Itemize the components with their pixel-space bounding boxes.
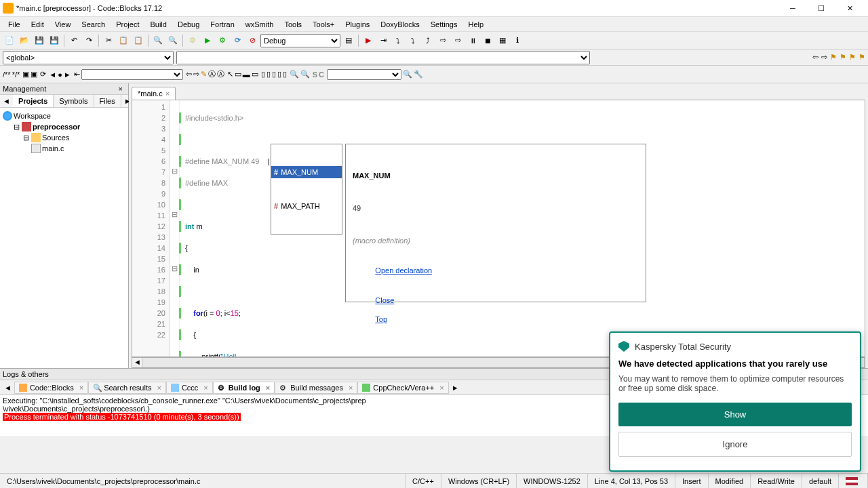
diff2-icon[interactable]: ▣ — [31, 70, 37, 79]
management-close-icon[interactable]: × — [116, 85, 125, 93]
zoom-in-icon[interactable]: 🔍 — [290, 70, 299, 79]
run-to-cursor-icon[interactable]: ⇥ — [376, 34, 390, 47]
hl-text-icon[interactable]: Ⓐ — [208, 69, 216, 79]
maximize-button[interactable]: ☐ — [811, 1, 831, 15]
abort-icon[interactable]: ⊘ — [245, 34, 259, 47]
nav-fwd-icon[interactable]: ⇨ — [821, 53, 827, 62]
redo-icon[interactable]: ↷ — [82, 34, 96, 47]
refresh-icon[interactable]: ⟳ — [40, 70, 46, 79]
search-exec-icon[interactable]: 🔍 — [403, 70, 412, 79]
mgmt-tabs-left-icon[interactable]: ◄ — [0, 96, 13, 106]
tooltip-close-link[interactable]: Close — [375, 295, 394, 306]
menu-fortran[interactable]: Fortran — [205, 19, 239, 30]
step-into-icon[interactable]: ⤵ — [406, 34, 420, 47]
undo-icon[interactable]: ↶ — [67, 34, 81, 47]
tab-projects[interactable]: Projects — [13, 95, 54, 107]
tree-sources[interactable]: ⊟ Sources — [3, 132, 125, 143]
logtabs-right-icon[interactable]: ► — [449, 384, 462, 392]
code-text[interactable]: #include<stdio.h> #define MAX_NUM 49 | #… — [180, 100, 865, 357]
menu-file[interactable]: File — [3, 19, 26, 30]
zoom-out-icon[interactable]: 🔍 — [300, 70, 310, 79]
save-all-icon[interactable]: 💾 — [47, 34, 61, 47]
jump-back-icon[interactable]: ◄ — [49, 70, 56, 79]
menu-help[interactable]: Help — [462, 19, 489, 30]
tab-symbols[interactable]: Symbols — [54, 95, 94, 107]
bookmark-toggle-icon[interactable]: ⚑ — [830, 53, 837, 62]
cut-icon[interactable]: ✂ — [102, 34, 115, 47]
code-area[interactable]: 12345678910111213141516171819202122 ⊟⊟⊟ … — [132, 100, 865, 357]
last-jump-icon[interactable]: ⇤ — [74, 70, 80, 79]
options-icon[interactable]: 🔧 — [414, 70, 423, 79]
hl-clear-icon[interactable]: Ⓐ — [217, 69, 224, 79]
copy-icon[interactable]: 📋 — [117, 34, 130, 47]
menu-view[interactable]: View — [50, 19, 77, 30]
kaspersky-ignore-button[interactable]: Ignore — [618, 432, 852, 457]
target-dialog-icon[interactable]: ▤ — [342, 34, 355, 47]
logtab-buildlog[interactable]: ⚙Build log× — [213, 382, 275, 394]
step-out-icon[interactable]: ⤴ — [421, 34, 435, 47]
tab-files[interactable]: Files — [94, 95, 121, 107]
tree-project[interactable]: ⊟ preprocessor — [3, 121, 125, 132]
c-icon[interactable]: C — [319, 70, 324, 79]
step-instr-icon[interactable]: ⇨ — [451, 34, 465, 47]
replace-icon[interactable]: 🔍 — [166, 34, 180, 47]
bookmark-prev-icon[interactable]: ⚑ — [840, 53, 846, 62]
find-icon[interactable]: 🔍 — [151, 34, 165, 47]
logtab-buildmsg[interactable]: ⚙Build messages× — [275, 382, 357, 394]
nav-back-icon[interactable]: ⇦ — [812, 53, 818, 62]
menu-debug[interactable]: Debug — [172, 19, 205, 30]
menu-edit[interactable]: Edit — [26, 19, 50, 30]
stop-debug-icon[interactable]: ⏹ — [481, 34, 494, 47]
open-file-icon[interactable]: 📂 — [18, 34, 31, 47]
minimize-button[interactable]: ─ — [783, 1, 803, 15]
bookmark-next-icon[interactable]: ⚑ — [849, 53, 856, 62]
kaspersky-show-button[interactable]: Show — [618, 403, 852, 426]
menu-toolsplus[interactable]: Tools+ — [307, 19, 340, 30]
scope-select-left[interactable]: <global> — [3, 51, 174, 64]
run-icon[interactable]: ▶ — [201, 34, 214, 47]
logtab-cccc[interactable]: Cccc× — [166, 382, 213, 394]
new-file-icon[interactable]: 📄 — [3, 34, 16, 47]
logtabs-left-icon[interactable]: ◄ — [1, 384, 14, 392]
close-button[interactable]: ✕ — [840, 1, 860, 15]
jump-mark-icon[interactable]: ● — [58, 70, 62, 79]
tree-collapse-icon[interactable]: ⊟ — [22, 134, 30, 142]
fold-column[interactable]: ⊟⊟⊟ — [170, 100, 180, 357]
search-field[interactable] — [327, 69, 401, 80]
next-line-icon[interactable]: ⤵ — [391, 34, 405, 47]
build-icon[interactable]: ⚙ — [186, 34, 199, 47]
hl-back-icon[interactable]: ⇦ — [186, 70, 192, 79]
break-icon[interactable]: ⏸ — [466, 34, 479, 47]
menu-search[interactable]: Search — [76, 19, 111, 30]
toggle-hdr-icon[interactable]: */* — [12, 70, 20, 79]
menu-settings[interactable]: Settings — [425, 19, 463, 30]
editor-tab-close-icon[interactable]: × — [165, 89, 170, 98]
jump-select[interactable] — [81, 69, 183, 80]
jump-fwd-icon[interactable]: ► — [64, 70, 71, 79]
block5-icon[interactable]: ▯ — [283, 70, 287, 79]
hl-fwd-icon[interactable]: ⇨ — [193, 70, 199, 79]
logtab-close-icon[interactable]: × — [77, 384, 83, 392]
logtab-close-icon[interactable]: × — [263, 384, 270, 392]
build-run-icon[interactable]: ⚙ — [216, 34, 229, 47]
logtab-cppcheck[interactable]: CppCheck/Vera++× — [357, 382, 448, 394]
status-lang-flag[interactable] — [839, 474, 868, 488]
logtab-close-icon[interactable]: × — [346, 384, 353, 392]
autocomplete-item[interactable]: #MAX_PATH — [271, 200, 342, 212]
rebuild-icon[interactable]: ⟳ — [231, 34, 244, 47]
logtab-codeblocks[interactable]: Code::Blocks× — [14, 382, 88, 394]
autocomplete-item[interactable]: #MAX_NUM — [271, 166, 342, 178]
paste-icon[interactable]: 📋 — [132, 34, 145, 47]
debug-run-icon[interactable]: ▶ — [361, 34, 375, 47]
menu-project[interactable]: Project — [111, 19, 144, 30]
block2-icon[interactable]: ▯ — [267, 70, 271, 79]
info-icon[interactable]: ℹ — [511, 34, 524, 47]
editor-tab[interactable]: *main.c × — [132, 87, 176, 100]
scope-select-right[interactable] — [176, 51, 590, 64]
scroll-left-icon[interactable]: ◄ — [132, 358, 143, 367]
autocomplete-popup[interactable]: #MAX_NUM #MAX_PATH — [271, 144, 342, 235]
debug-windows-icon[interactable]: ▦ — [496, 34, 509, 47]
tree-workspace[interactable]: Workspace — [3, 110, 125, 121]
tree-file[interactable]: main.c — [3, 143, 125, 154]
block4-icon[interactable]: ▯ — [277, 70, 281, 79]
